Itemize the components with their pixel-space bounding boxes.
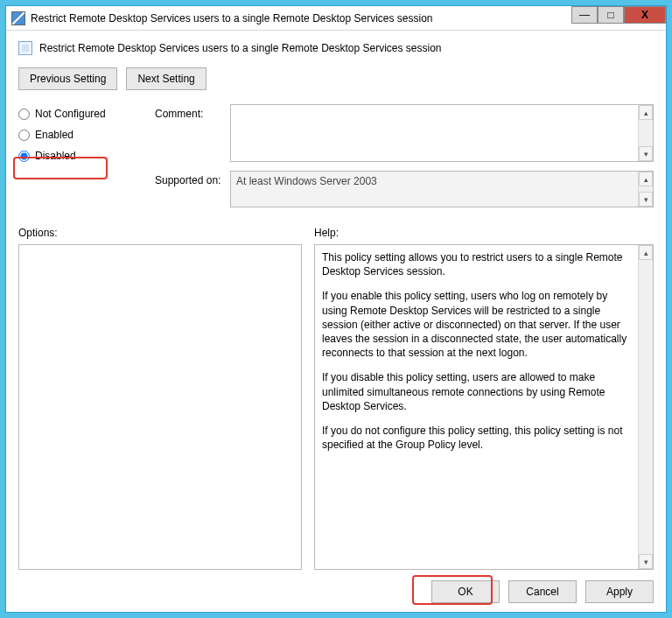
scroll-up-icon[interactable]: ▴: [639, 105, 653, 120]
heading-row: Restrict Remote Desktop Services users t…: [18, 41, 654, 55]
previous-setting-button[interactable]: Previous Setting: [18, 67, 117, 90]
window-title: Restrict Remote Desktop Services users t…: [31, 12, 571, 25]
window-buttons: — □ X: [571, 6, 666, 30]
help-p3: If you disable this policy setting, user…: [322, 370, 631, 413]
help-label: Help:: [314, 227, 339, 239]
scroll-down-icon[interactable]: ▾: [639, 554, 653, 569]
supported-text: At least Windows Server 2003: [231, 172, 638, 207]
options-panel: [18, 244, 302, 570]
scroll-down-icon[interactable]: ▾: [639, 192, 653, 207]
apply-button[interactable]: Apply: [585, 580, 654, 603]
scroll-up-icon[interactable]: ▴: [639, 245, 653, 260]
supported-field: At least Windows Server 2003 ▴ ▾: [230, 171, 654, 207]
mid-labels: Options: Help:: [18, 227, 654, 239]
next-setting-button[interactable]: Next Setting: [126, 67, 206, 90]
panels: This policy setting allows you to restri…: [18, 244, 654, 570]
comment-label: Comment:: [155, 104, 225, 120]
help-p1: This policy setting allows you to restri…: [322, 250, 631, 278]
minimize-button[interactable]: —: [571, 6, 598, 24]
app-icon: [11, 11, 25, 25]
upper-grid: Not Configured Enabled Disabled Comment:…: [18, 104, 654, 207]
radio-not-configured-label: Not Configured: [35, 108, 106, 120]
options-label: Options:: [18, 227, 314, 239]
footer-buttons: OK Cancel Apply: [18, 570, 654, 603]
scroll-down-icon[interactable]: ▾: [639, 146, 653, 161]
radio-disabled[interactable]: Disabled: [18, 150, 150, 162]
ok-button[interactable]: OK: [431, 580, 500, 603]
close-button[interactable]: X: [624, 6, 666, 24]
help-panel: This policy setting allows you to restri…: [314, 244, 654, 570]
client-area: Restrict Remote Desktop Services users t…: [6, 31, 666, 612]
cancel-button[interactable]: Cancel: [508, 580, 577, 603]
comment-field[interactable]: [231, 105, 638, 161]
radio-not-configured[interactable]: Not Configured: [18, 108, 150, 120]
policy-editor-window: Restrict Remote Desktop Services users t…: [5, 5, 667, 613]
radio-enabled-label: Enabled: [35, 129, 74, 141]
supported-label: Supported on:: [155, 171, 225, 186]
maximize-button[interactable]: □: [598, 6, 624, 24]
radio-enabled-input[interactable]: [18, 130, 30, 141]
state-radio-group: Not Configured Enabled Disabled: [18, 104, 150, 162]
radio-not-configured-input[interactable]: [18, 109, 30, 120]
comment-field-wrap: ▴ ▾: [230, 104, 654, 162]
radio-disabled-label: Disabled: [35, 150, 76, 162]
help-p4: If you do not configure this policy sett…: [322, 424, 631, 452]
comment-scrollbar[interactable]: ▴ ▾: [638, 105, 653, 161]
nav-buttons: Previous Setting Next Setting: [18, 67, 654, 90]
policy-icon: [18, 41, 32, 55]
heading-text: Restrict Remote Desktop Services users t…: [39, 42, 442, 54]
scroll-up-icon[interactable]: ▴: [639, 172, 653, 186]
help-p2: If you enable this policy setting, users…: [322, 289, 631, 360]
options-body: [19, 245, 301, 569]
titlebar[interactable]: Restrict Remote Desktop Services users t…: [6, 6, 666, 31]
radio-enabled[interactable]: Enabled: [18, 129, 150, 141]
help-body: This policy setting allows you to restri…: [315, 245, 638, 569]
supported-scrollbar[interactable]: ▴ ▾: [638, 172, 653, 207]
radio-disabled-input[interactable]: [18, 151, 30, 162]
help-scrollbar[interactable]: ▴ ▾: [638, 245, 653, 569]
